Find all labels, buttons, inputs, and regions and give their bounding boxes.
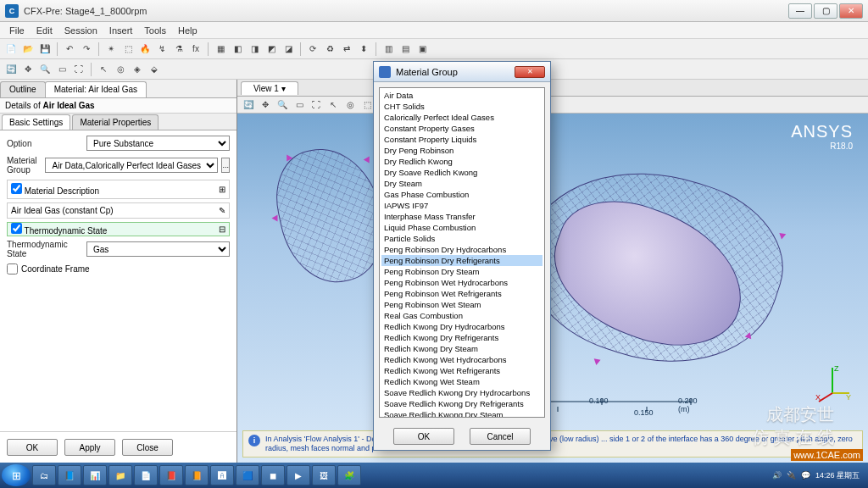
zoom-in-icon[interactable]: 🔍 bbox=[275, 97, 290, 113]
material-group-item[interactable]: Redlich Kwong Dry Steam bbox=[381, 343, 542, 354]
minimize-button[interactable]: — bbox=[788, 3, 812, 19]
taskbar-item[interactable]: 🗂 bbox=[32, 465, 56, 485]
material-group-item[interactable]: Dry Peng Robinson bbox=[381, 145, 542, 156]
tool-icon[interactable]: ⬍ bbox=[356, 42, 371, 57]
view-zoom-icon[interactable]: 🔍 bbox=[37, 62, 53, 77]
tool-icon[interactable]: ✴ bbox=[103, 42, 119, 57]
material-group-item[interactable]: Constant Property Liquids bbox=[381, 134, 542, 145]
taskbar-item[interactable]: 📁 bbox=[108, 465, 132, 485]
material-group-item[interactable]: Liquid Phase Combustion bbox=[381, 222, 542, 233]
material-group-item[interactable]: Constant Property Gases bbox=[381, 123, 542, 134]
tray-icon[interactable]: 💬 bbox=[801, 471, 810, 480]
tool-icon[interactable]: ◈ bbox=[130, 62, 145, 77]
material-group-item[interactable]: Peng Robinson Wet Steam bbox=[381, 299, 542, 310]
material-group-item[interactable]: Soave Redlich Kwong Dry Steam bbox=[381, 409, 542, 418]
redo-icon[interactable]: ↷ bbox=[79, 42, 94, 57]
rotate-icon[interactable]: 🔄 bbox=[241, 97, 256, 113]
expand-icon[interactable]: ⊞ bbox=[219, 185, 225, 194]
tool-icon[interactable]: ⚗ bbox=[171, 42, 186, 57]
view-tab-1[interactable]: View 1 ▾ bbox=[241, 81, 298, 95]
edit-icon[interactable]: ✎ bbox=[219, 206, 225, 215]
thermo-state-select[interactable]: Gas bbox=[86, 241, 230, 257]
material-group-item[interactable]: IAPWS IF97 bbox=[381, 200, 542, 211]
tool-icon[interactable]: ◎ bbox=[113, 62, 128, 77]
tool-icon[interactable]: ⬙ bbox=[147, 62, 162, 77]
material-group-item[interactable]: Dry Redlich Kwong bbox=[381, 156, 542, 167]
material-group-item[interactable]: Soave Redlich Kwong Dry Refrigerants bbox=[381, 398, 542, 409]
tab-outline[interactable]: Outline bbox=[0, 81, 46, 97]
material-group-item[interactable]: Redlich Kwong Wet Refrigerants bbox=[381, 365, 542, 376]
material-group-item[interactable]: Peng Robinson Dry Hydrocarbons bbox=[381, 244, 542, 255]
save-icon[interactable]: 💾 bbox=[37, 42, 53, 57]
matgroup-more-button[interactable]: ... bbox=[221, 158, 230, 173]
material-group-item[interactable]: Calorically Perfect Ideal Gases bbox=[381, 112, 542, 123]
open-icon[interactable]: 📂 bbox=[20, 42, 36, 57]
tool-icon[interactable]: ▤ bbox=[398, 42, 413, 57]
material-group-item[interactable]: Redlich Kwong Wet Hydrocarbons bbox=[381, 354, 542, 365]
material-group-item[interactable]: Peng Robinson Dry Refrigerants bbox=[381, 255, 542, 266]
tool-icon[interactable]: ▥ bbox=[381, 42, 396, 57]
view-zoombox-icon[interactable]: ▭ bbox=[54, 62, 70, 77]
taskbar-item[interactable]: 📙 bbox=[185, 465, 209, 485]
view-pan-icon[interactable]: ✥ bbox=[20, 62, 36, 77]
material-group-item[interactable]: Dry Soave Redlich Kwong bbox=[381, 167, 542, 178]
select-icon[interactable]: ↖ bbox=[96, 62, 111, 77]
coord-checkbox[interactable] bbox=[7, 263, 18, 274]
taskbar-item[interactable]: 🅰 bbox=[210, 465, 234, 485]
menu-edit[interactable]: Edit bbox=[31, 24, 58, 37]
taskbar-item[interactable]: 🧩 bbox=[337, 465, 361, 485]
subtab-basic[interactable]: Basic Settings bbox=[2, 114, 70, 130]
matdesc-checkbox[interactable] bbox=[11, 183, 22, 194]
material-group-item[interactable]: Redlich Kwong Dry Refrigerants bbox=[381, 332, 542, 343]
ok-button[interactable]: OK bbox=[7, 439, 58, 456]
tool-icon[interactable]: ↯ bbox=[154, 42, 170, 57]
taskbar-item[interactable]: 🟦 bbox=[236, 465, 259, 485]
material-group-item[interactable]: Peng Robinson Wet Refrigerants bbox=[381, 288, 542, 299]
dialog-close-button[interactable]: ✕ bbox=[515, 66, 545, 78]
system-tray[interactable]: 🔊 🔌 💬 14:26 星期五 bbox=[772, 470, 866, 481]
viewport-3d[interactable]: View 1 ▾ 🔄 ✥ 🔍 ▭ ⛶ ↖ ◎ ⬚ ▦ bbox=[237, 80, 868, 463]
dialog-cancel-button[interactable]: Cancel bbox=[470, 428, 531, 445]
dialog-ok-button[interactable]: OK bbox=[393, 428, 454, 445]
taskbar-item[interactable]: 📕 bbox=[159, 465, 183, 485]
view-rotate-icon[interactable]: 🔄 bbox=[3, 62, 19, 77]
menu-insert[interactable]: Insert bbox=[103, 24, 139, 37]
taskbar-item[interactable]: 🖼 bbox=[312, 465, 336, 485]
zoom-box-icon[interactable]: ▭ bbox=[292, 97, 307, 113]
fit-icon[interactable]: ⛶ bbox=[309, 97, 324, 113]
tool-icon[interactable]: ⇄ bbox=[339, 42, 354, 57]
material-group-item[interactable]: Real Gas Combustion bbox=[381, 310, 542, 321]
close-button[interactable]: Close bbox=[122, 439, 173, 456]
start-button[interactable]: ⊞ bbox=[2, 464, 31, 486]
tray-icon[interactable]: 🔌 bbox=[787, 471, 796, 480]
taskbar-item[interactable]: ▶ bbox=[287, 465, 310, 485]
material-group-item[interactable]: Particle Solids bbox=[381, 233, 542, 244]
material-group-item[interactable]: Peng Robinson Dry Steam bbox=[381, 266, 542, 277]
menu-help[interactable]: Help bbox=[172, 24, 203, 37]
taskbar-item[interactable]: ◼ bbox=[261, 465, 285, 485]
view-fit-icon[interactable]: ⛶ bbox=[71, 62, 86, 77]
tool-icon[interactable]: ◪ bbox=[281, 42, 296, 57]
thermo-checkbox[interactable] bbox=[11, 223, 22, 234]
tool-icon[interactable]: ◧ bbox=[230, 42, 245, 57]
tool-icon[interactable]: ⟳ bbox=[305, 42, 320, 57]
material-group-item[interactable]: Redlich Kwong Dry Hydrocarbons bbox=[381, 321, 542, 332]
maximize-button[interactable]: ▢ bbox=[814, 3, 837, 19]
new-icon[interactable]: 📄 bbox=[3, 42, 19, 57]
taskbar-item[interactable]: 📄 bbox=[134, 465, 158, 485]
taskbar-item[interactable]: 📊 bbox=[83, 465, 107, 485]
material-group-list[interactable]: Air DataCHT SolidsCalorically Perfect Id… bbox=[379, 87, 545, 418]
menu-tools[interactable]: Tools bbox=[138, 24, 172, 37]
close-button[interactable]: ✕ bbox=[839, 3, 863, 19]
material-group-item[interactable]: CHT Solids bbox=[381, 101, 542, 112]
tray-icon[interactable]: 🔊 bbox=[772, 471, 782, 480]
material-group-item[interactable]: Dry Steam bbox=[381, 178, 542, 189]
tool-icon[interactable]: ▣ bbox=[415, 42, 430, 57]
undo-icon[interactable]: ↶ bbox=[62, 42, 77, 57]
pick-icon[interactable]: ↖ bbox=[326, 97, 341, 113]
tool-icon[interactable]: fx bbox=[188, 42, 203, 57]
tool-icon[interactable]: ◨ bbox=[247, 42, 262, 57]
material-group-item[interactable]: Interphase Mass Transfer bbox=[381, 211, 542, 222]
tool-icon[interactable]: ♻ bbox=[322, 42, 337, 57]
menu-file[interactable]: File bbox=[3, 24, 31, 37]
